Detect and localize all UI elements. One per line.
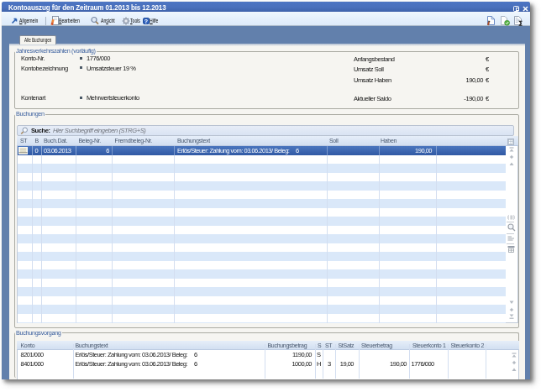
svg-text:?: ?	[144, 18, 147, 24]
